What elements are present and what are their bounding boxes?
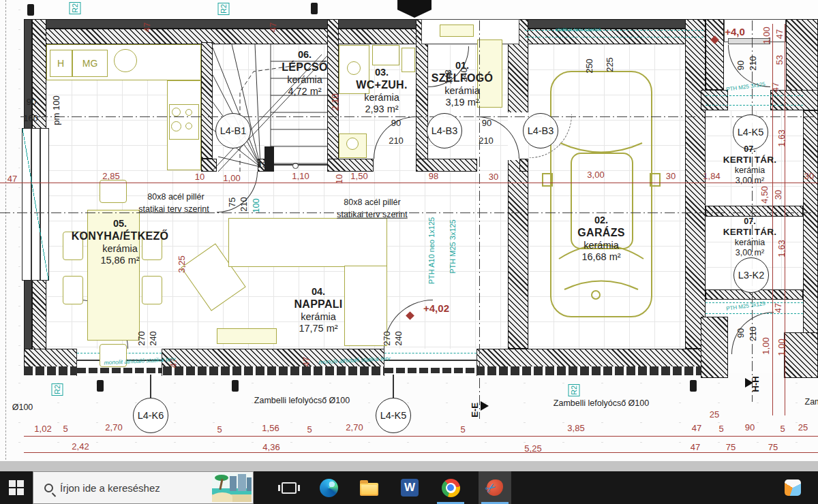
dim-label: 47 (775, 29, 784, 39)
axis-marker-circle: L4-B3 (427, 113, 462, 148)
room-ar: 4,72 m² (282, 86, 328, 97)
room-num: 02. (577, 215, 624, 226)
room-mt: kerámia (356, 92, 407, 104)
annotation: PTH M25 3x125 (726, 301, 766, 312)
dim-label: 210 (748, 56, 757, 71)
search-input[interactable]: Írjon ide a kereséshez (33, 471, 254, 504)
file-explorer-icon (360, 483, 378, 496)
room-ar: 3,00 m² (723, 176, 777, 186)
dim-label: 5 (63, 424, 67, 433)
dim-label: 30 (804, 172, 814, 180)
dim-label: 3,85 (567, 424, 584, 432)
dim-label: 75 (768, 443, 778, 452)
axis-marker-circle: L3-K2 (733, 257, 769, 293)
room-label: 07.KERTI TÁR.kerámia3,00 m² (723, 144, 777, 186)
windows-logo-icon (9, 480, 24, 495)
dim-label: 47 (7, 174, 17, 183)
dim-label: 1,63 (777, 240, 786, 257)
dim-label: 5,25 (524, 444, 541, 453)
dim-label: 75 (726, 443, 736, 452)
room-mt: kerámia (72, 243, 169, 255)
taskbar-explorer-button[interactable] (352, 471, 385, 504)
dim-label: 4,36 (262, 443, 279, 452)
search-highlight-image[interactable] (212, 473, 252, 502)
dim-label: 1,10 (292, 172, 309, 180)
dim-label: 47 (142, 22, 151, 32)
dim-label: 1,84 (703, 172, 720, 180)
room-label: 05.KONYHA/ÉTKEZŐkerámia15,86 m² (72, 218, 169, 266)
word-icon: W (401, 479, 419, 497)
room-label: 03.WC+ZUH.kerámia2,93 m² (356, 67, 407, 115)
room-label: 07.KERTI TÁR.kerámia3,00 m² (723, 217, 777, 258)
floorplan-canvas: 4747472,85101,00131,10101,5098303,00301,… (0, 0, 818, 471)
dim-label: 270 (382, 331, 391, 346)
dim-label: 90 (482, 119, 491, 127)
dim-label: 90 (391, 119, 401, 127)
dim-label: 2,42 (72, 442, 89, 451)
dim-label: 30 (774, 190, 783, 200)
dim-label: 90 (736, 61, 745, 70)
dim-label: 53 (775, 55, 784, 65)
room-num: 04. (294, 286, 342, 298)
dim-label: 30 (666, 172, 676, 180)
downspout-icon (97, 380, 104, 392)
dim-label: 13 (258, 160, 267, 169)
dim-label: 47 (691, 443, 700, 452)
task-view-icon (282, 482, 297, 494)
dim-label: 1,63 (777, 129, 786, 146)
taskbar-snip-button-active[interactable]: ✂ (479, 471, 511, 504)
room-nm: KONYHA/ÉTKEZŐ (72, 230, 169, 242)
room-mt: kerámia (282, 74, 328, 86)
dim-label: 4,50 (760, 186, 769, 203)
dim-label: 5 (718, 424, 723, 433)
room-nm: WC+ZUH. (356, 78, 407, 91)
dim-label: 25 (798, 423, 808, 432)
room-mt: kerámia (723, 238, 777, 248)
dim-label: 1,00 (223, 174, 240, 183)
taskbar-edge-button[interactable] (312, 471, 345, 504)
annotation: PTH M25 3x125 (726, 82, 766, 93)
dim-label: 1,02 (34, 424, 51, 433)
room-num: 07. (723, 217, 777, 227)
annotation: statikai terv szerint (337, 210, 408, 219)
dim-label: 3,00 (587, 170, 604, 179)
annotation: Zambelli lefolyócső Ø100 (554, 399, 649, 408)
dim-label: 5 (217, 425, 222, 434)
dim-label: 10 (335, 174, 344, 184)
start-button[interactable] (0, 471, 33, 504)
windows-taskbar: Írjon ide a kereséshez W ✂ (0, 471, 818, 504)
downspout-icon (690, 380, 697, 392)
room-nm: LÉPCSŐ (282, 61, 328, 74)
annotation: Zambelli lefolyócső Ø100 (254, 396, 350, 405)
dim-label: 90 (736, 328, 745, 338)
grid-marker: R2 (569, 384, 580, 396)
room-nm: KERTI TÁR. (723, 227, 777, 238)
tray-app-icon (785, 479, 801, 496)
annotation: monolit áthidaló statikai terv (318, 356, 390, 365)
viewer-bottom-strip (0, 461, 818, 471)
plan-annotations: 4747472,85101,00131,10101,5098303,00301,… (0, 0, 818, 471)
taskbar-word-button[interactable]: W (393, 471, 426, 504)
dim-label: 25 (710, 410, 719, 419)
dim-label: 2,70 (105, 423, 122, 432)
annotation: PTH A10 neo 1x125 (428, 217, 436, 284)
dim-label: 1,00 (762, 27, 771, 44)
dim-label: 5 (307, 425, 312, 434)
room-num: 05. (72, 218, 169, 230)
task-view-button[interactable] (273, 471, 305, 504)
dim-label: 47 (771, 82, 780, 92)
section-arrow-ee (481, 401, 489, 411)
dim-label: 210 (479, 136, 494, 145)
dim-label: 210 (239, 197, 248, 212)
axis-marker-circle: L4-B3 (523, 113, 558, 148)
level-label: +4,02 (423, 303, 449, 313)
section-label: H-H (751, 376, 760, 392)
grid-marker: R2 (218, 3, 230, 15)
dim-label: 148 (444, 69, 453, 84)
tray-app-button[interactable] (776, 471, 809, 504)
room-num: 07. (723, 144, 777, 155)
room-ar: 17,75 m² (294, 323, 342, 334)
taskbar-chrome-button[interactable] (434, 471, 467, 504)
dim-label: 240 (459, 67, 468, 82)
dim-label: 240 (394, 331, 403, 346)
